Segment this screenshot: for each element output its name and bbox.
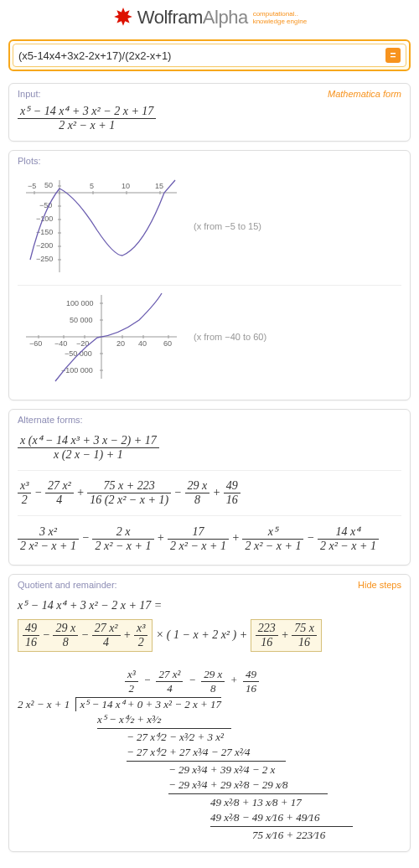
plot-1-caption: (x from −5 to 15) bbox=[194, 221, 261, 231]
plot-1: −551015 50−50−100−150−200−250 bbox=[18, 176, 185, 276]
qr-result: 4916 − 29 x8 − 27 x²4 + x³2 × ( 1 − x + … bbox=[18, 616, 401, 655]
altform-2: x³2 − 27 x²4 + 75 x + 22316 (2 x² − x + … bbox=[18, 476, 401, 510]
pod-input: Input: Mathematica form x⁵ − 14 x⁴ + 3 x… bbox=[8, 83, 411, 142]
header: WolframAlpha computational..knowledge en… bbox=[0, 0, 419, 34]
qr-equation-lhs: x⁵ − 14 x⁴ + 3 x² − 2 x + 17 = bbox=[18, 595, 401, 616]
pod-quotient-remainder: Quotient and remainder: Hide steps x⁵ − … bbox=[8, 574, 411, 852]
submit-button[interactable]: = bbox=[385, 48, 401, 63]
altform-1: x (x⁴ − 14 x³ + 3 x − 2) + 17x (2 x − 1)… bbox=[18, 430, 401, 465]
pod-plots: Plots: −551015 50−50−100−150−200−250 (x … bbox=[8, 150, 411, 400]
plot-2-caption: (x from −40 to 60) bbox=[194, 332, 266, 342]
svg-text:−60: −60 bbox=[29, 339, 42, 348]
query-input[interactable] bbox=[18, 49, 385, 62]
pod-title: Input: bbox=[18, 89, 41, 99]
svg-text:60: 60 bbox=[163, 339, 172, 348]
long-division: x³2 − 27 x²4 − 29 x8 + 4916 2 x² − x + 1… bbox=[18, 667, 401, 843]
svg-text:−50 000: −50 000 bbox=[65, 349, 92, 358]
plot-2: −60−40−20204060 100 00050 000−50 000−100… bbox=[18, 291, 185, 383]
svg-text:−250: −250 bbox=[36, 255, 53, 263]
svg-text:100 000: 100 000 bbox=[66, 299, 94, 307]
search-bar: = bbox=[8, 39, 411, 71]
pod-alternate-forms: Alternate forms: x (x⁴ − 14 x³ + 3 x − 2… bbox=[8, 409, 411, 566]
spikey-icon bbox=[112, 7, 134, 28]
svg-text:40: 40 bbox=[138, 339, 147, 348]
hide-steps-link[interactable]: Hide steps bbox=[358, 580, 401, 590]
svg-text:−200: −200 bbox=[36, 241, 53, 250]
svg-text:−5: −5 bbox=[28, 182, 36, 190]
svg-text:50: 50 bbox=[44, 181, 53, 189]
mathematica-form-link[interactable]: Mathematica form bbox=[328, 89, 401, 99]
svg-text:5: 5 bbox=[90, 182, 94, 190]
logo[interactable]: WolframAlpha computational..knowledge en… bbox=[112, 7, 307, 28]
altform-3: 3 x²2 x² − x + 1 − 2 x2 x² − x + 1 + 172… bbox=[18, 521, 401, 556]
pod-title: Alternate forms: bbox=[18, 415, 83, 425]
svg-text:50 000: 50 000 bbox=[70, 316, 93, 324]
svg-text:15: 15 bbox=[155, 182, 163, 190]
input-expression: x⁵ − 14 x⁴ + 3 x² − 2 x + 17 2 x² − x + … bbox=[9, 101, 410, 141]
pod-title: Quotient and remainder: bbox=[18, 580, 117, 590]
pod-title: Plots: bbox=[18, 156, 41, 166]
svg-text:10: 10 bbox=[122, 182, 130, 190]
svg-text:20: 20 bbox=[116, 339, 125, 348]
svg-text:−40: −40 bbox=[54, 339, 67, 348]
